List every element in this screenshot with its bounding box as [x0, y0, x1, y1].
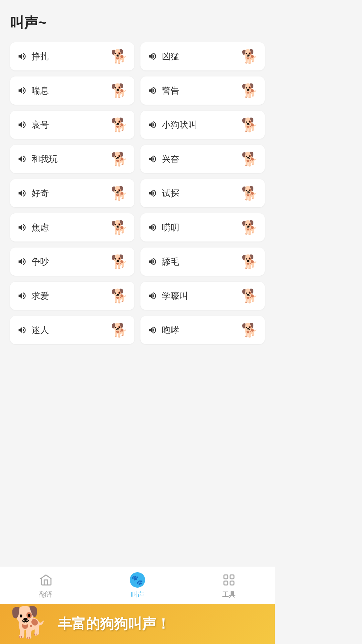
dog-face-icon: 🐕 [111, 221, 128, 234]
card-left: 争吵 [17, 256, 49, 268]
card-left: 小狗吠叫 [147, 119, 197, 131]
sound-card[interactable]: 学嚎叫 🐕 [140, 282, 265, 310]
sound-card[interactable]: 求爱 🐕 [10, 282, 134, 310]
speaker-icon [147, 222, 158, 233]
dog-face-icon: 🐕 [111, 255, 128, 268]
sound-card[interactable]: 兴奋 🐕 [140, 145, 265, 173]
banner-dog-icon: 🐕 [10, 607, 48, 637]
nav-label: 翻译 [39, 590, 53, 599]
sound-card[interactable]: 试探 🐕 [140, 179, 265, 207]
card-left: 和我玩 [17, 153, 58, 165]
card-label: 咆哮 [162, 324, 179, 336]
nav-label: 工具 [222, 590, 236, 599]
speaker-icon [17, 119, 27, 130]
speaker-icon [17, 290, 27, 301]
dog-face-icon: 🐕 [111, 118, 128, 131]
dog-face-icon: 🐕 [241, 221, 258, 234]
sound-card[interactable]: 警告 🐕 [140, 76, 265, 105]
card-left: 舔毛 [147, 256, 179, 268]
card-label: 警告 [162, 85, 179, 97]
nav-icon-home [38, 572, 54, 588]
dog-face-icon: 🐕 [111, 186, 128, 200]
card-left: 警告 [147, 85, 179, 97]
sound-card[interactable]: 凶猛 🐕 [140, 42, 265, 70]
sound-card[interactable]: 好奇 🐕 [10, 179, 134, 207]
speaker-icon [147, 325, 158, 335]
speaker-icon [147, 154, 158, 164]
sound-card[interactable]: 焦虑 🐕 [10, 213, 134, 241]
svg-rect-2 [224, 581, 228, 585]
banner-bar: 🐕 丰富的狗狗叫声！ [0, 604, 275, 644]
card-label: 小狗吠叫 [162, 119, 197, 131]
dog-face-icon: 🐕 [241, 50, 258, 63]
dog-face-icon: 🐕 [111, 323, 128, 337]
dog-face-icon: 🐕 [111, 289, 128, 303]
card-left: 求爱 [17, 290, 49, 302]
card-left: 试探 [147, 187, 179, 199]
dog-face-icon: 🐕 [241, 186, 258, 200]
sound-card[interactable]: 咆哮 🐕 [140, 316, 265, 344]
dog-face-icon: 🐕 [241, 84, 258, 97]
speaker-icon [147, 256, 158, 267]
svg-rect-0 [224, 575, 228, 579]
card-label: 求爱 [32, 290, 49, 302]
card-label: 喘息 [32, 85, 49, 97]
speaker-icon [17, 325, 27, 335]
card-label: 和我玩 [32, 153, 58, 165]
sound-card[interactable]: 迷人 🐕 [10, 316, 134, 344]
card-label: 试探 [162, 187, 179, 199]
card-label: 挣扎 [32, 51, 49, 62]
sound-card[interactable]: 喘息 🐕 [10, 76, 134, 105]
sound-card[interactable]: 挣扎 🐕 [10, 42, 134, 70]
nav-bar: 翻译 🐾 叫声 工具 [0, 567, 275, 604]
bottom-area: 翻译 🐾 叫声 工具 🐕 丰富的狗狗叫声！ [0, 567, 275, 644]
card-label: 迷人 [32, 324, 49, 336]
card-label: 哀号 [32, 119, 49, 131]
speaker-icon [17, 154, 27, 164]
speaker-icon [147, 51, 158, 62]
speaker-icon [147, 119, 158, 130]
sound-card[interactable]: 争吵 🐕 [10, 248, 134, 276]
card-left: 好奇 [17, 187, 49, 199]
speaker-icon [147, 188, 158, 199]
dog-face-icon: 🐕 [241, 152, 258, 166]
speaker-icon [17, 222, 27, 233]
card-left: 挣扎 [17, 51, 49, 62]
sound-card[interactable]: 哀号 🐕 [10, 111, 134, 139]
nav-item-叫声[interactable]: 🐾 叫声 [92, 572, 183, 599]
speaker-icon [17, 51, 27, 62]
svg-rect-3 [230, 581, 234, 585]
dog-face-icon: 🐕 [241, 255, 258, 268]
nav-label: 叫声 [131, 590, 144, 599]
speaker-icon [17, 256, 27, 267]
dog-face-icon: 🐕 [241, 118, 258, 131]
card-label: 舔毛 [162, 256, 179, 268]
dog-face-icon: 🐕 [111, 84, 128, 97]
card-label: 兴奋 [162, 153, 179, 165]
nav-item-工具[interactable]: 工具 [183, 572, 275, 599]
card-left: 迷人 [17, 324, 49, 336]
page-title: 叫声~ [0, 0, 275, 39]
card-left: 咆哮 [147, 324, 179, 336]
dog-face-icon: 🐕 [241, 323, 258, 337]
speaker-icon [17, 188, 27, 199]
nav-item-翻译[interactable]: 翻译 [0, 572, 92, 599]
sound-card[interactable]: 唠叨 🐕 [140, 213, 265, 241]
card-label: 焦虑 [32, 222, 49, 233]
sound-card[interactable]: 舔毛 🐕 [140, 248, 265, 276]
card-left: 唠叨 [147, 222, 179, 233]
speaker-icon [147, 290, 158, 301]
sound-grid: 挣扎 🐕 凶猛 🐕 喘息 🐕 警告 [0, 39, 275, 351]
card-label: 学嚎叫 [162, 290, 188, 302]
card-label: 唠叨 [162, 222, 179, 233]
card-left: 焦虑 [17, 222, 49, 233]
sound-card[interactable]: 小狗吠叫 🐕 [140, 111, 265, 139]
nav-icon-dog: 🐾 [129, 572, 145, 588]
card-label: 好奇 [32, 187, 49, 199]
card-left: 兴奋 [147, 153, 179, 165]
card-left: 喘息 [17, 85, 49, 97]
speaker-icon [147, 85, 158, 96]
card-left: 哀号 [17, 119, 49, 131]
speaker-icon [17, 85, 27, 96]
sound-card[interactable]: 和我玩 🐕 [10, 145, 134, 173]
